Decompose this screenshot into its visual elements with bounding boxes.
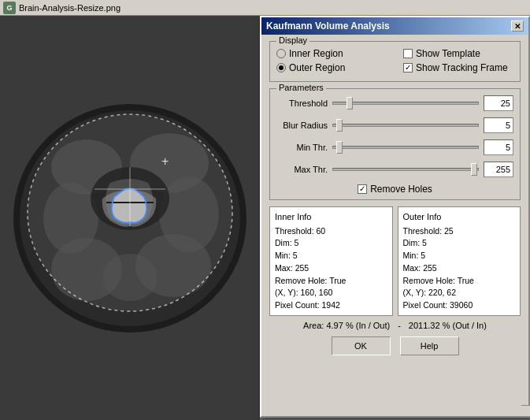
brain-image-area: + — [0, 16, 260, 420]
show-tracking-frame-checkbox[interactable] — [403, 63, 413, 72]
blur-radius-thumb[interactable] — [336, 119, 343, 132]
inner-min: Min: 5 — [275, 250, 387, 262]
parameters-group: Parameters Threshold Blur Radius — [269, 88, 521, 200]
show-template-label: Show Template — [416, 48, 480, 59]
parameters-group-label: Parameters — [276, 83, 326, 92]
max-thr-row: Max Thr. — [276, 162, 513, 177]
outer-info-title: Outer Info — [403, 210, 516, 224]
blur-radius-slider-container[interactable] — [332, 117, 479, 133]
remove-holes-row[interactable]: Remove Holes — [276, 184, 513, 195]
area-out-in: 2011.32 % (Out / In) — [409, 321, 487, 330]
display-group-label: Display — [276, 35, 309, 45]
analysis-dialog: Kaufmann Volume Analysis ✕ Display Inner… — [260, 16, 530, 418]
inner-remove-hole: Remove Hole: True — [275, 275, 387, 288]
show-tracking-frame-label: Show Tracking Frame — [416, 62, 508, 73]
blur-radius-input[interactable] — [484, 117, 513, 133]
outer-threshold: Threshold: 25 — [403, 225, 516, 238]
min-thr-thumb[interactable] — [336, 141, 343, 154]
threshold-row: Threshold — [276, 95, 513, 111]
inner-region-label: Inner Region — [289, 48, 343, 59]
app-title: Brain-Analysis-Resize.png — [19, 3, 120, 13]
outer-xy: (X, Y): 220, 62 — [403, 287, 516, 299]
max-thr-thumb[interactable] — [471, 163, 477, 176]
min-thr-input[interactable] — [484, 139, 513, 155]
area-separator: - — [398, 321, 401, 330]
brain-mri-svg: + — [8, 96, 252, 340]
outer-remove-hole: Remove Hole: True — [403, 275, 516, 288]
app-icon: G — [3, 2, 16, 14]
info-panels: Inner Info Threshold: 60 Dim: 5 Min: 5 M… — [269, 206, 521, 316]
max-thr-input[interactable] — [484, 162, 513, 177]
dialog-titlebar: Kaufmann Volume Analysis ✕ — [261, 17, 528, 35]
blur-radius-row: Blur Radius — [276, 117, 513, 133]
outer-info-panel: Outer Info Threshold: 25 Dim: 5 Min: 5 M… — [398, 206, 521, 316]
inner-info-title: Inner Info — [275, 210, 387, 224]
threshold-thumb[interactable] — [347, 97, 353, 110]
min-thr-label: Min Thr. — [276, 143, 328, 152]
dialog-status-bar — [521, 405, 530, 416]
area-in-out: Area: 4.97 % (In / Out) — [303, 321, 390, 330]
inner-pixel-count: Pixel Count: 1942 — [275, 299, 387, 312]
inner-region-radio-row[interactable]: Inner Region — [276, 48, 395, 59]
display-group: Display Inner Region Outer Region Sh — [269, 41, 521, 82]
show-tracking-frame-row[interactable]: Show Tracking Frame — [403, 62, 513, 73]
outer-region-radio[interactable] — [276, 63, 286, 72]
threshold-input[interactable] — [484, 95, 513, 111]
inner-info-panel: Inner Info Threshold: 60 Dim: 5 Min: 5 M… — [269, 206, 393, 316]
inner-xy: (X, Y): 160, 160 — [275, 287, 387, 299]
max-thr-label: Max Thr. — [276, 165, 328, 174]
svg-text:+: + — [161, 154, 169, 168]
area-row: Area: 4.97 % (In / Out) - 2011.32 % (Out… — [269, 321, 521, 330]
threshold-label: Threshold — [276, 98, 328, 108]
show-template-checkbox[interactable] — [403, 49, 413, 58]
ok-button[interactable]: OK — [332, 336, 391, 355]
svg-point-9 — [102, 254, 158, 301]
blur-radius-label: Blur Radius — [276, 121, 328, 130]
inner-max: Max: 255 — [275, 262, 387, 275]
show-template-row[interactable]: Show Template — [403, 48, 513, 59]
inner-dim: Dim: 5 — [275, 237, 387, 250]
remove-holes-label: Remove Holes — [370, 184, 432, 195]
outer-max: Max: 255 — [403, 262, 516, 275]
max-thr-slider-container[interactable] — [332, 162, 479, 177]
inner-region-radio[interactable] — [276, 49, 286, 58]
remove-holes-checkbox[interactable] — [358, 184, 367, 194]
outer-min: Min: 5 — [403, 250, 516, 262]
inner-threshold: Threshold: 60 — [275, 225, 387, 238]
outer-region-label: Outer Region — [289, 62, 345, 73]
close-button[interactable]: ✕ — [511, 20, 524, 32]
app-titlebar: G Brain-Analysis-Resize.png — [0, 0, 530, 16]
min-thr-row: Min Thr. — [276, 139, 513, 155]
min-thr-slider-container[interactable] — [332, 139, 479, 155]
help-button[interactable]: Help — [400, 336, 459, 355]
outer-region-radio-row[interactable]: Outer Region — [276, 62, 395, 73]
button-row: OK Help — [269, 336, 521, 355]
dialog-title: Kaufmann Volume Analysis — [266, 20, 390, 32]
threshold-slider-container[interactable] — [332, 95, 479, 111]
outer-pixel-count: Pixel Count: 39060 — [403, 299, 516, 312]
outer-dim: Dim: 5 — [403, 237, 516, 250]
